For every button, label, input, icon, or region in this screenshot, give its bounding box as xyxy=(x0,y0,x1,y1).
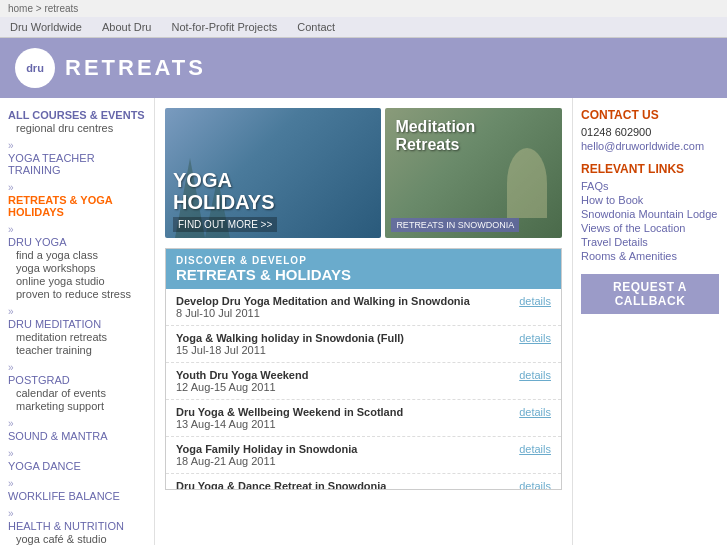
retreats-subtitle: DISCOVER & DEVELOP xyxy=(176,255,551,266)
sidebar-sub-marketing[interactable]: marketing support xyxy=(16,400,146,412)
retreat-details-link[interactable]: details xyxy=(519,406,551,418)
arrow-icon: » xyxy=(8,140,14,151)
retreat-details-link[interactable]: details xyxy=(519,369,551,381)
sidebar-item-worklife-balance[interactable]: WORKLIFE BALANCE xyxy=(8,490,146,502)
relevant-link-item[interactable]: Travel Details xyxy=(581,236,719,248)
relevant-link-item[interactable]: Rooms & Amenities xyxy=(581,250,719,262)
retreat-date: 13 Aug-14 Aug 2011 xyxy=(176,418,403,430)
relevant-link-item[interactable]: How to Book xyxy=(581,194,719,206)
retreat-date: 12 Aug-15 Aug 2011 xyxy=(176,381,308,393)
relevant-link-item[interactable]: Views of the Location xyxy=(581,222,719,234)
sidebar-item-health-nutrition[interactable]: HEALTH & NUTRITION xyxy=(8,520,146,532)
sidebar-sub-reduce-stress[interactable]: proven to reduce stress xyxy=(16,288,146,300)
retreat-details-link[interactable]: details xyxy=(519,332,551,344)
retreat-list-item: Dru Yoga & Dance Retreat in Snowdonia 27… xyxy=(166,474,561,489)
sidebar-item-yoga-teacher-training[interactable]: YOGA TEACHER TRAINING xyxy=(8,152,146,176)
sidebar-sub-online-studio[interactable]: online yoga studio xyxy=(16,275,146,287)
nav-about-dru[interactable]: About Dru xyxy=(102,21,152,33)
retreat-date: 15 Jul-18 Jul 2011 xyxy=(176,344,404,356)
retreat-name: Dru Yoga & Dance Retreat in Snowdonia xyxy=(176,480,386,489)
arrow-icon: » xyxy=(8,448,14,459)
sidebar-sub-workshops[interactable]: yoga workshops xyxy=(16,262,146,274)
hero-banner: YOGA HOLIDAYS FIND OUT MORE >> Meditatio… xyxy=(165,108,562,238)
sidebar-item-dru-yoga[interactable]: DRU YOGA xyxy=(8,236,146,248)
sidebar-group-dru-meditation: »DRU MEDITATION meditation retreats teac… xyxy=(8,304,146,356)
nav-contact[interactable]: Contact xyxy=(297,21,335,33)
retreat-details-link[interactable]: details xyxy=(519,295,551,307)
retreat-list-item: Yoga Family Holiday in Snowdonia 18 Aug-… xyxy=(166,437,561,474)
breadcrumb: home > retreats xyxy=(0,0,727,17)
retreat-list-item: Yoga & Walking holiday in Snowdonia (Ful… xyxy=(166,326,561,363)
retreat-list-item: Dru Yoga & Wellbeing Weekend in Scotland… xyxy=(166,400,561,437)
sidebar-sub-find-class[interactable]: find a yoga class xyxy=(16,249,146,261)
retreat-details-link[interactable]: details xyxy=(519,443,551,455)
sidebar-item-all-courses[interactable]: ALL COURSES & EVENTS xyxy=(8,109,145,121)
sidebar-group-yoga-teacher: »YOGA TEACHER TRAINING xyxy=(8,138,146,176)
contact-email[interactable]: hello@druworldwide.com xyxy=(581,140,719,152)
retreat-name: Yoga & Walking holiday in Snowdonia (Ful… xyxy=(176,332,404,344)
right-panel: CONTACT US 01248 602900 hello@druworldwi… xyxy=(572,98,727,545)
sidebar-item-dru-meditation[interactable]: DRU MEDITATION xyxy=(8,318,146,330)
top-navigation: Dru Worldwide About Dru Not-for-Profit P… xyxy=(0,17,727,38)
retreat-date: 18 Aug-21 Aug 2011 xyxy=(176,455,357,467)
main-content: YOGA HOLIDAYS FIND OUT MORE >> Meditatio… xyxy=(155,98,572,545)
arrow-icon: » xyxy=(8,478,14,489)
retreats-title: RETREATS & HOLIDAYS xyxy=(176,266,551,283)
retreats-list[interactable]: Develop Dru Yoga Meditation and Walking … xyxy=(166,289,561,489)
arrow-icon: » xyxy=(8,182,14,193)
hero-retreats-label: RETREATS IN SNOWDONIA xyxy=(391,218,519,232)
sidebar-group-worklife: »WORKLIFE BALANCE xyxy=(8,476,146,502)
main-layout: ALL COURSES & EVENTS regional dru centre… xyxy=(0,98,727,545)
sidebar-item-yoga-dance[interactable]: YOGA DANCE xyxy=(8,460,146,472)
retreats-holidays-section: DISCOVER & DEVELOP RETREATS & HOLIDAYS D… xyxy=(165,248,562,490)
arrow-icon: » xyxy=(8,508,14,519)
sidebar-sub-meditation-retreats[interactable]: meditation retreats xyxy=(16,331,146,343)
hero-yoga-holidays[interactable]: YOGA HOLIDAYS FIND OUT MORE >> xyxy=(165,108,381,238)
retreat-name: Youth Dru Yoga Weekend xyxy=(176,369,308,381)
logo: dru xyxy=(15,48,55,88)
retreat-name: Develop Dru Yoga Meditation and Walking … xyxy=(176,295,470,307)
hero-cta[interactable]: FIND OUT MORE >> xyxy=(173,217,277,232)
sidebar-sub-calendar[interactable]: calendar of events xyxy=(16,387,146,399)
retreat-list-item: Youth Dru Yoga Weekend 12 Aug-15 Aug 201… xyxy=(166,363,561,400)
arrow-icon: » xyxy=(8,306,14,317)
contact-phone: 01248 602900 xyxy=(581,126,719,138)
request-callback-button[interactable]: REQUEST A CALLBACK xyxy=(581,274,719,314)
hero-meditation-retreats[interactable]: Meditation Retreats RETREATS IN SNOWDONI… xyxy=(385,108,562,238)
meditation-figure xyxy=(507,148,547,218)
nav-dru-worldwide[interactable]: Dru Worldwide xyxy=(10,21,82,33)
relevant-links-title: RELEVANT LINKS xyxy=(581,162,719,176)
sidebar-group-courses: ALL COURSES & EVENTS regional dru centre… xyxy=(8,108,146,134)
sidebar: ALL COURSES & EVENTS regional dru centre… xyxy=(0,98,155,545)
sidebar-item-postgrad[interactable]: POSTGRAD xyxy=(8,374,146,386)
retreat-name: Yoga Family Holiday in Snowdonia xyxy=(176,443,357,455)
retreat-name: Dru Yoga & Wellbeing Weekend in Scotland xyxy=(176,406,403,418)
retreat-list-item: Develop Dru Yoga Meditation and Walking … xyxy=(166,289,561,326)
page-title: RETREATS xyxy=(65,55,206,81)
contact-us-title: CONTACT US xyxy=(581,108,719,122)
arrow-icon: » xyxy=(8,224,14,235)
sidebar-item-sound-mantra[interactable]: SOUND & MANTRA xyxy=(8,430,146,442)
hero-left-overlay: YOGA HOLIDAYS FIND OUT MORE >> xyxy=(165,163,381,238)
sidebar-sub-teacher-training[interactable]: teacher training xyxy=(16,344,146,356)
sidebar-group-dru-yoga: »DRU YOGA find a yoga class yoga worksho… xyxy=(8,222,146,300)
hero-meditation-title: Meditation Retreats xyxy=(395,118,475,154)
retreats-section-header: DISCOVER & DEVELOP RETREATS & HOLIDAYS xyxy=(166,249,561,289)
hero-yoga-title: YOGA HOLIDAYS xyxy=(173,169,373,213)
sidebar-item-retreats[interactable]: RETREATS & YOGA HOLIDAYS xyxy=(8,194,146,218)
nav-not-for-profit[interactable]: Not-for-Profit Projects xyxy=(171,21,277,33)
sidebar-group-health: »HEALTH & NUTRITION yoga café & studio d… xyxy=(8,506,146,545)
sidebar-group-postgrad: »POSTGRAD calendar of events marketing s… xyxy=(8,360,146,412)
arrow-icon: » xyxy=(8,362,14,373)
sidebar-sub-regional[interactable]: regional dru centres xyxy=(16,122,146,134)
relevant-links-list: FAQsHow to BookSnowdonia Mountain LodgeV… xyxy=(581,180,719,262)
sidebar-group-sound: »SOUND & MANTRA xyxy=(8,416,146,442)
sidebar-group-retreats: »RETREATS & YOGA HOLIDAYS xyxy=(8,180,146,218)
sidebar-group-yoga-dance: »YOGA DANCE xyxy=(8,446,146,472)
relevant-link-item[interactable]: FAQs xyxy=(581,180,719,192)
relevant-link-item[interactable]: Snowdonia Mountain Lodge xyxy=(581,208,719,220)
arrow-icon: » xyxy=(8,418,14,429)
retreat-details-link[interactable]: details xyxy=(519,480,551,489)
retreat-date: 8 Jul-10 Jul 2011 xyxy=(176,307,470,319)
sidebar-sub-yoga-cafe[interactable]: yoga café & studio xyxy=(16,533,146,545)
